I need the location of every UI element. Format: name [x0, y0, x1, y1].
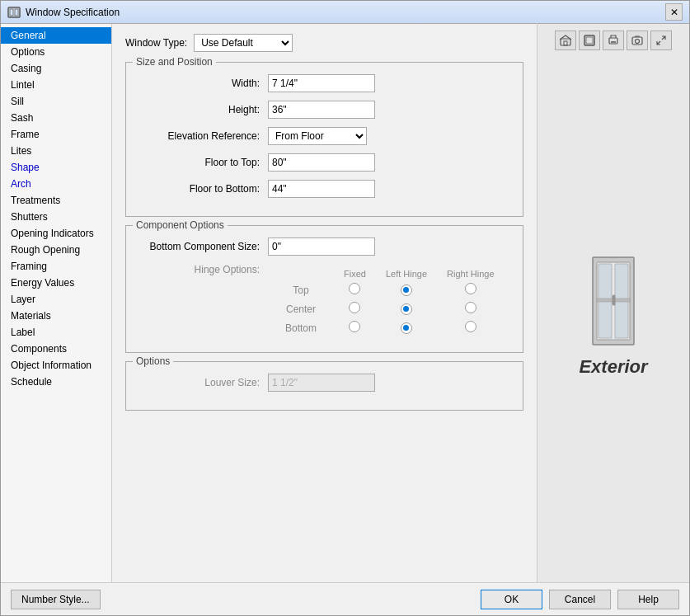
- hinge-top-fixed-radio[interactable]: [349, 283, 360, 294]
- sidebar-item-label[interactable]: Label: [1, 324, 111, 341]
- sidebar-item-components[interactable]: Components: [1, 341, 111, 357]
- component-options-group: Component Options Bottom Component Size:…: [125, 225, 523, 353]
- exterior-label: Exterior: [579, 356, 647, 378]
- width-label: Width:: [136, 78, 268, 89]
- close-button[interactable]: ✕: [665, 3, 683, 21]
- hinge-options-label: Hinge Options:: [136, 264, 268, 275]
- sidebar-item-materials[interactable]: Materials: [1, 308, 111, 324]
- ok-button[interactable]: OK: [481, 590, 542, 609]
- bottom-component-input[interactable]: [268, 237, 375, 256]
- sidebar-item-schedule[interactable]: Schedule: [1, 374, 111, 390]
- elevation-ref-label: Elevation Reference:: [136, 130, 268, 142]
- cancel-button[interactable]: Cancel: [549, 590, 611, 609]
- floor-to-top-label: Floor to Top:: [136, 157, 268, 168]
- width-input[interactable]: [268, 74, 375, 92]
- hinge-bottom-fixed-radio[interactable]: [349, 321, 360, 332]
- options-title: Options: [133, 355, 173, 367]
- sidebar: General Options Casing Lintel Sill Sash …: [1, 24, 112, 582]
- sidebar-item-opening-indicators[interactable]: Opening Indicators: [1, 225, 111, 242]
- svg-rect-2: [15, 9, 18, 16]
- home-tool-button[interactable]: [555, 31, 576, 50]
- louver-size-input: [268, 374, 375, 392]
- hinge-top-label: Top: [268, 280, 334, 299]
- footer-right: OK Cancel Help: [481, 590, 679, 609]
- main-content: General Options Casing Lintel Sill Sash …: [1, 24, 689, 582]
- hinge-center-right-radio[interactable]: [465, 302, 476, 313]
- sidebar-item-casing[interactable]: Casing: [1, 60, 111, 77]
- sidebar-item-lintel[interactable]: Lintel: [1, 77, 111, 93]
- hinge-bottom-label: Bottom: [268, 318, 334, 337]
- sidebar-item-shutters[interactable]: Shutters: [1, 209, 111, 225]
- height-input[interactable]: [268, 101, 375, 119]
- hinge-center-fixed-radio[interactable]: [349, 302, 360, 313]
- floor-to-bottom-input[interactable]: [268, 180, 375, 198]
- title-bar: Window Specification ✕: [1, 1, 689, 24]
- size-position-group: Size and Position Width: Height: Elevati…: [125, 62, 523, 217]
- bottom-component-label: Bottom Component Size:: [136, 241, 268, 252]
- preview-toolbar: [544, 31, 683, 50]
- form-area: Window Type: Use Default Single Hung Dou…: [112, 24, 537, 582]
- preview-area: Exterior: [537, 24, 689, 582]
- footer-left: Number Style...: [11, 590, 101, 609]
- hinge-right-header: Right Hinge: [437, 267, 504, 280]
- floor-to-top-row: Floor to Top:: [136, 153, 513, 172]
- hinge-center-left-radio[interactable]: [401, 303, 412, 315]
- number-style-button[interactable]: Number Style...: [11, 590, 101, 609]
- svg-rect-8: [611, 41, 616, 43]
- hinge-bottom-left-radio[interactable]: [401, 322, 412, 334]
- louver-size-label: Louver Size:: [136, 377, 268, 388]
- print-tool-button[interactable]: [603, 31, 624, 50]
- svg-point-10: [636, 40, 640, 44]
- sidebar-item-general[interactable]: General: [1, 27, 111, 44]
- width-row: Width:: [136, 74, 513, 92]
- louver-size-row: Louver Size:: [136, 374, 513, 392]
- svg-rect-1: [10, 9, 13, 16]
- hinge-fixed-header: Fixed: [334, 267, 376, 280]
- svg-rect-16: [613, 295, 615, 305]
- sidebar-item-options[interactable]: Options: [1, 44, 111, 60]
- svg-rect-6: [586, 37, 593, 44]
- floor-to-bottom-row: Floor to Bottom:: [136, 180, 513, 198]
- svg-rect-3: [561, 39, 570, 45]
- component-options-title: Component Options: [133, 219, 228, 231]
- footer: Number Style... OK Cancel Help: [1, 582, 689, 615]
- size-position-title: Size and Position: [133, 56, 216, 68]
- sidebar-item-framing[interactable]: Framing: [1, 258, 111, 275]
- svg-rect-4: [564, 41, 567, 45]
- sidebar-item-frame[interactable]: Frame: [1, 126, 111, 143]
- floor-to-top-input[interactable]: [268, 153, 375, 172]
- hinge-top-right-radio[interactable]: [465, 283, 476, 294]
- sidebar-item-shape[interactable]: Shape: [1, 159, 111, 176]
- window-preview-svg: [589, 256, 638, 346]
- preview-divider: [537, 24, 537, 582]
- elevation-ref-row: Elevation Reference: From Floor From Cei…: [136, 127, 513, 145]
- main-window: Window Specification ✕ General Options C…: [0, 0, 690, 616]
- options-group: Options Louver Size:: [125, 361, 523, 411]
- sidebar-item-layer[interactable]: Layer: [1, 291, 111, 308]
- window-type-select[interactable]: Use Default Single Hung Double Hung Case…: [194, 34, 293, 52]
- sidebar-item-arch[interactable]: Arch: [1, 176, 111, 192]
- height-row: Height:: [136, 101, 513, 119]
- title-bar-text: Window Specification: [26, 7, 665, 18]
- window-type-row: Window Type: Use Default Single Hung Dou…: [125, 34, 523, 52]
- hinge-bottom-right-radio[interactable]: [465, 321, 476, 332]
- preview-image: Exterior: [544, 57, 683, 576]
- sidebar-item-object-information[interactable]: Object Information: [1, 357, 111, 374]
- help-button[interactable]: Help: [617, 590, 679, 609]
- camera-tool-button[interactable]: [627, 31, 648, 50]
- sidebar-item-rough-opening[interactable]: Rough Opening: [1, 242, 111, 258]
- bottom-component-row: Bottom Component Size:: [136, 237, 513, 256]
- sidebar-item-sill[interactable]: Sill: [1, 93, 111, 110]
- resize-tool-button[interactable]: [650, 31, 672, 50]
- window-icon: [7, 6, 21, 19]
- sidebar-item-energy-values[interactable]: Energy Values: [1, 275, 111, 291]
- window-type-label: Window Type:: [125, 37, 187, 49]
- sidebar-item-sash[interactable]: Sash: [1, 110, 111, 126]
- height-label: Height:: [136, 104, 268, 115]
- sidebar-item-lites[interactable]: Lites: [1, 143, 111, 159]
- maximize-tool-button[interactable]: [579, 31, 600, 50]
- hinge-top-left-radio[interactable]: [401, 284, 412, 296]
- floor-to-bottom-label: Floor to Bottom:: [136, 183, 268, 195]
- sidebar-item-treatments[interactable]: Treatments: [1, 192, 111, 209]
- elevation-ref-select[interactable]: From Floor From Ceiling Absolute: [268, 127, 367, 145]
